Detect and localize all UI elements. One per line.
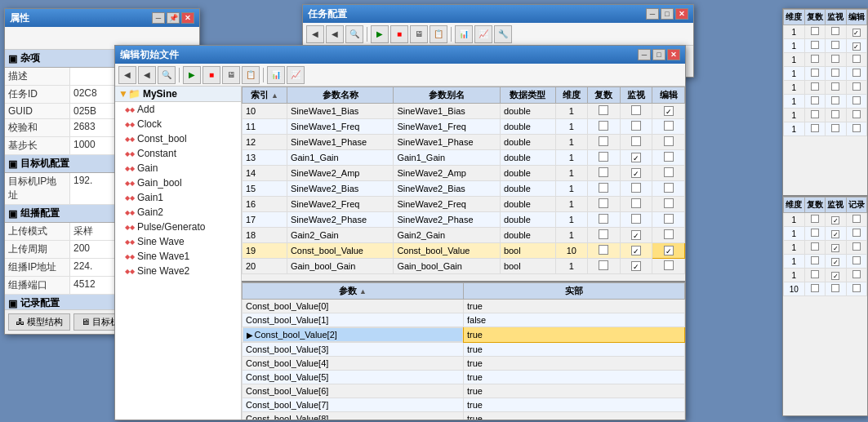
table-cell-monitor[interactable] bbox=[620, 181, 652, 197]
edit-toolbar-btn4[interactable]: ■ bbox=[203, 66, 220, 84]
edit-toolbar-btn8[interactable]: 📈 bbox=[287, 66, 305, 84]
edit-toolbar-btn3[interactable]: ▶ bbox=[183, 66, 201, 84]
table-cell-edit[interactable]: ✓ bbox=[652, 243, 685, 259]
right-cell-edit[interactable] bbox=[846, 122, 867, 136]
tree-item-sinewave2[interactable]: ◆◆ Sine Wave2 bbox=[115, 264, 241, 278]
col-param[interactable]: 参数 ▲ bbox=[243, 283, 464, 300]
table-cell-monitor[interactable] bbox=[620, 212, 652, 228]
right-cell-complex[interactable] bbox=[804, 213, 826, 227]
right-cell-record[interactable] bbox=[846, 282, 867, 296]
table-cell-edit[interactable] bbox=[652, 259, 685, 274]
right-cell-complex[interactable] bbox=[804, 95, 826, 109]
table-cell-complex[interactable] bbox=[588, 119, 621, 135]
table-cell-edit[interactable] bbox=[652, 212, 685, 228]
tree-item-sinewave1[interactable]: ◆◆ Sine Wave1 bbox=[115, 249, 241, 264]
col-header-type[interactable]: 数据类型 bbox=[500, 87, 555, 104]
task-toolbar-btn5[interactable]: 🖥 bbox=[410, 25, 428, 43]
model-structure-btn[interactable]: 🖧 模型结构 bbox=[8, 313, 70, 331]
props-minimize-btn[interactable]: ─ bbox=[152, 12, 165, 24]
task-search-btn[interactable]: 🔍 bbox=[345, 25, 363, 43]
edit-toolbar-btn6[interactable]: 📋 bbox=[242, 66, 260, 84]
right-cell-edit[interactable]: ✓ bbox=[846, 25, 867, 39]
task-minimize-btn[interactable]: ─ bbox=[646, 8, 659, 20]
table-cell-complex[interactable] bbox=[588, 135, 621, 150]
right-cell-complex[interactable] bbox=[804, 282, 826, 296]
right-cell-monitor[interactable]: ✓ bbox=[826, 241, 847, 255]
table-cell-edit[interactable] bbox=[652, 150, 685, 166]
tree-item-add[interactable]: ◆◆ Add bbox=[115, 102, 241, 117]
table-cell-monitor[interactable]: ✓ bbox=[620, 150, 652, 166]
right-cell-monitor[interactable] bbox=[826, 95, 847, 109]
task-toolbar-btn9[interactable]: 🔧 bbox=[494, 25, 512, 43]
right-cell-edit[interactable] bbox=[846, 81, 867, 95]
edit-toolbar-btn1[interactable]: ◀ bbox=[118, 66, 136, 84]
tree-item-constant[interactable]: ◆◆ Constant bbox=[115, 146, 241, 161]
table-cell-edit[interactable] bbox=[652, 119, 685, 135]
task-maximize-btn[interactable]: □ bbox=[661, 8, 674, 20]
table-cell-complex[interactable] bbox=[588, 197, 621, 212]
col-header-name[interactable]: 参数名称 bbox=[287, 87, 393, 104]
table-cell-monitor[interactable]: ✓ bbox=[620, 243, 652, 259]
table-cell-edit[interactable]: ✓ bbox=[652, 104, 685, 119]
tree-item-gain[interactable]: ◆◆ Gain bbox=[115, 161, 241, 175]
tree-item-constbool[interactable]: ◆◆ Const_bool bbox=[115, 131, 241, 146]
table-cell-complex[interactable] bbox=[588, 181, 621, 197]
table-cell-complex[interactable] bbox=[588, 228, 621, 243]
col-header-alias[interactable]: 参数别名 bbox=[394, 87, 500, 104]
edit-toolbar-btn5[interactable]: 🖥 bbox=[222, 66, 240, 84]
col-value[interactable]: 实部 bbox=[464, 283, 685, 300]
right-cell-record[interactable] bbox=[846, 213, 867, 227]
right-cell-complex[interactable] bbox=[804, 67, 826, 81]
col-header-edit[interactable]: 编辑 bbox=[652, 87, 685, 104]
right-cell-edit[interactable]: ✓ bbox=[846, 39, 867, 53]
col-header-idx[interactable]: 索引 ▲ bbox=[243, 87, 287, 104]
table-cell-monitor[interactable] bbox=[620, 135, 652, 150]
right-cell-edit[interactable] bbox=[846, 53, 867, 67]
right-cell-complex[interactable] bbox=[804, 227, 826, 241]
right-cell-monitor[interactable] bbox=[826, 109, 847, 122]
right-cell-complex[interactable] bbox=[804, 241, 826, 255]
table-cell-complex[interactable] bbox=[588, 150, 621, 166]
table-cell-edit[interactable] bbox=[652, 166, 685, 181]
table-cell-monitor[interactable]: ✓ bbox=[620, 228, 652, 243]
props-close-btn[interactable]: ✕ bbox=[181, 12, 194, 24]
right-cell-complex[interactable] bbox=[804, 39, 826, 53]
right-cell-edit[interactable] bbox=[846, 95, 867, 109]
tree-item-gainbool[interactable]: ◆◆ Gain_bool bbox=[115, 175, 241, 190]
task-toolbar-btn2[interactable]: ◀ bbox=[326, 25, 344, 43]
right-cell-complex[interactable] bbox=[804, 269, 826, 282]
tree-root-mysine[interactable]: ▼📁 MySine bbox=[115, 87, 241, 102]
table-cell-monitor[interactable]: ✓ bbox=[620, 259, 652, 274]
table-cell-complex[interactable] bbox=[588, 166, 621, 181]
props-pin-btn[interactable]: 📌 bbox=[167, 12, 180, 24]
tree-item-gain2[interactable]: ◆◆ Gain2 bbox=[115, 205, 241, 220]
right-cell-complex[interactable] bbox=[804, 255, 826, 269]
tree-item-pulsegen[interactable]: ◆◆ Pulse/Generato bbox=[115, 220, 241, 234]
task-close-btn[interactable]: ✕ bbox=[675, 8, 688, 20]
right-cell-monitor[interactable]: ✓ bbox=[826, 269, 847, 282]
task-toolbar-btn7[interactable]: 📊 bbox=[455, 25, 473, 43]
table-cell-complex[interactable] bbox=[588, 104, 621, 119]
edit-close-btn[interactable]: ✕ bbox=[667, 49, 680, 60]
right-cell-monitor[interactable] bbox=[826, 25, 847, 39]
edit-search-btn[interactable]: 🔍 bbox=[158, 66, 176, 84]
table-cell-monitor[interactable] bbox=[620, 119, 652, 135]
task-toolbar-btn4[interactable]: ■ bbox=[390, 25, 408, 43]
table-cell-monitor[interactable] bbox=[620, 104, 652, 119]
right-cell-record[interactable] bbox=[846, 255, 867, 269]
right-cell-monitor[interactable] bbox=[826, 39, 847, 53]
right-cell-monitor[interactable] bbox=[826, 122, 847, 136]
edit-toolbar-btn7[interactable]: 📊 bbox=[267, 66, 285, 84]
task-toolbar-btn1[interactable]: ◀ bbox=[306, 25, 324, 43]
right-cell-monitor[interactable] bbox=[826, 53, 847, 67]
table-cell-edit[interactable] bbox=[652, 181, 685, 197]
right-cell-record[interactable] bbox=[846, 241, 867, 255]
table-cell-complex[interactable] bbox=[588, 259, 621, 274]
col-header-dim[interactable]: 维度 bbox=[555, 87, 588, 104]
table-cell-complex[interactable] bbox=[588, 243, 621, 259]
table-cell-complex[interactable] bbox=[588, 212, 621, 228]
tree-item-gain1[interactable]: ◆◆ Gain1 bbox=[115, 190, 241, 205]
table-cell-monitor[interactable]: ✓ bbox=[620, 166, 652, 181]
right-cell-record[interactable] bbox=[846, 269, 867, 282]
table-cell-edit[interactable] bbox=[652, 197, 685, 212]
